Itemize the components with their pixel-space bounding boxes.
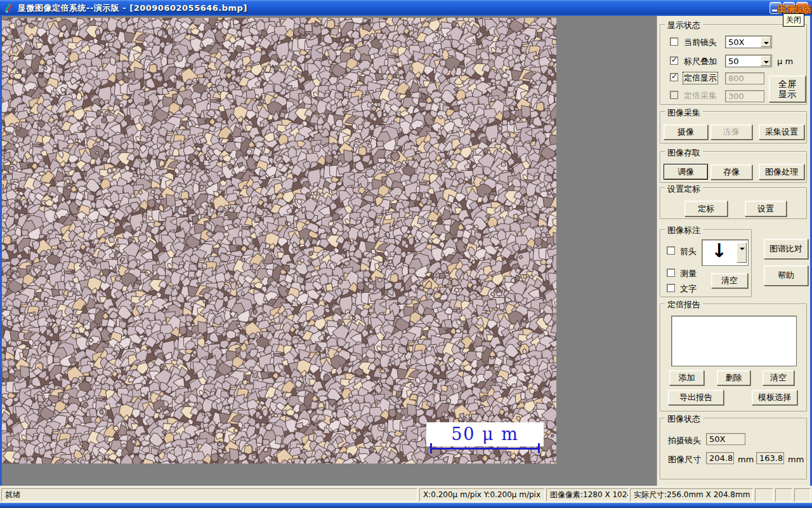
freeze-button: 冻像 [710,124,752,140]
text-label: 文字 [680,283,697,295]
minimize-icon [772,10,777,11]
width-unit-label: mm [738,455,754,464]
window-bottom-border [0,503,812,508]
app-icon [4,3,15,13]
fullscreen-button[interactable]: 全屏 显示 [769,76,806,102]
status-size: 实际尺寸:256.0mm X 204.8mm [630,488,753,502]
fixed-capture-checkbox [670,91,678,99]
delete-button[interactable]: 删除 [717,370,750,385]
clear-annotation-button[interactable]: 清空 [711,273,748,288]
measure-checkbox[interactable] [667,269,675,277]
camera-button[interactable]: 摄像 [664,124,708,140]
lens-value-field: 50X [706,433,745,445]
down-arrow-icon: ↓ [711,239,727,262]
control-panel: 显示状态 当前镜头 50X 标尺叠加 50 μ m 定倍显示 800 定倍采集 … [657,16,810,486]
image-processing-button[interactable]: 图像处理 [759,164,804,180]
add-button[interactable]: 添加 [669,370,704,385]
text-checkbox[interactable] [667,284,675,292]
image-capture-title: 图像采集 [665,107,703,119]
scale-overlay-label: 标尺叠加 [684,56,717,67]
save-image-button[interactable]: 存像 [710,164,752,180]
chevron-down-icon[interactable] [761,56,771,66]
atlas-compare-button[interactable]: 图谱比对 [764,239,808,259]
image-storage-title: 图像存取 [665,147,703,159]
height-unit-label: mm [788,455,804,464]
chevron-down-icon[interactable] [761,37,771,47]
arrow-style-combo[interactable]: ↓ [702,239,749,266]
titlebar[interactable]: 显微图像定倍系统--演示版 - [20090602055646.bmp] × 田… [0,0,812,16]
report-title: 定倍报告 [665,299,703,311]
export-report-button[interactable]: 导出报告 [668,390,724,405]
status-pixels: 图像像素:1280 X 1024 [546,488,629,502]
clear-report-button[interactable]: 清空 [763,370,794,385]
display-status-title: 显示状态 [665,20,703,31]
window-title: 显微图像定倍系统--演示版 - [20090602055646.bmp] [18,3,247,14]
current-lens-checkbox[interactable] [670,37,678,46]
arrow-checkbox[interactable] [667,246,675,255]
capture-settings-button[interactable]: 采集设置 [759,124,804,140]
fixed-display-field: 800 [725,72,764,84]
measure-label: 测量 [680,268,697,279]
image-height-field: 163.8 [756,452,784,464]
scalebar-label: 50 μ m [426,422,544,446]
statusbar: 就绪 X:0.200μ m/pix Y:0.200μ m/pix 图像像素:12… [0,486,812,503]
scalebar-tick-left [430,443,432,453]
status-spare-2 [775,488,792,502]
scale-unit-label: μ m [777,57,793,66]
micrograph-image[interactable]: 50 μ m [2,18,556,464]
settings-button[interactable]: 设置 [745,201,787,217]
status-ready: 就绪 [1,488,417,502]
status-spare-1 [755,488,773,502]
image-status-group [660,418,807,479]
current-lens-combo[interactable]: 50X [725,36,772,48]
fixed-display-label: 定倍显示 [683,72,717,84]
image-width-field: 204.8 [706,452,734,464]
calibration-title: 设置定标 [665,184,703,195]
app-window: 显微图像定倍系统--演示版 - [20090602055646.bmp] × 田… [0,0,812,508]
scale-overlay-checkbox[interactable] [670,57,678,65]
arrow-label: 箭头 [680,246,697,257]
scalebar-tick-right [538,443,540,453]
calibrate-button[interactable]: 定标 [684,201,728,217]
help-button[interactable]: 帮助 [764,265,808,286]
chevron-down-icon[interactable] [737,243,747,263]
fixed-capture-label: 定倍采集 [684,90,717,102]
fixed-capture-field: 300 [725,90,764,102]
lens-label: 拍摄镜头 [668,435,701,446]
image-status-title: 图像状态 [665,413,703,425]
micrograph-canvas [2,18,556,464]
report-listbox[interactable] [671,316,797,366]
template-select-button[interactable]: 模板选择 [752,390,797,405]
load-image-button[interactable]: 调像 [664,164,708,180]
fixed-display-checkbox[interactable] [670,73,678,81]
scalebar-line [430,448,540,450]
scale-value-combo[interactable]: 50 [725,55,772,67]
annotation-title: 图像标注 [665,225,703,236]
current-lens-label: 当前镜头 [684,37,717,48]
status-scale: X:0.200μ m/pix Y:0.200μ m/pix [419,488,545,502]
status-spare-3 [794,488,811,502]
image-size-label: 图像尺寸 [668,454,701,465]
close-tooltip: 关闭 [783,13,804,27]
